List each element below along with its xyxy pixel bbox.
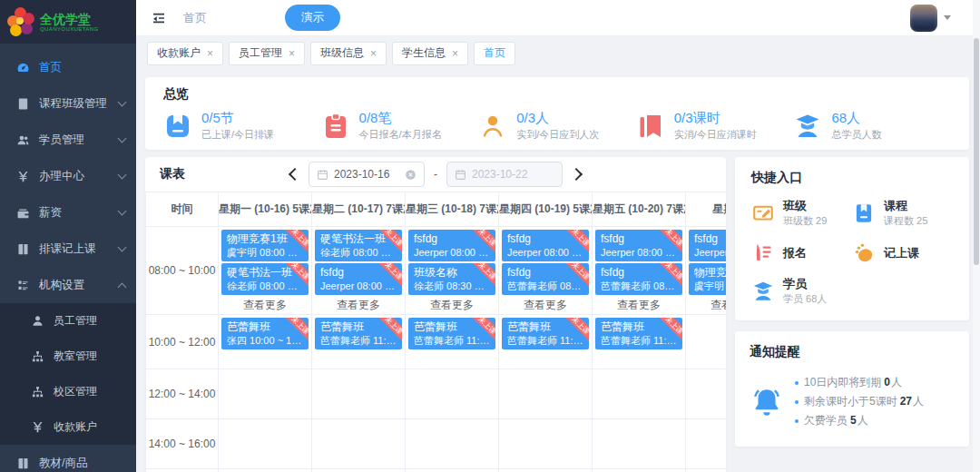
class-teacher-time: 芭蕾舞老师 11:00 ~ ... [601,334,677,347]
class-block[interactable]: 硬笔书法一班徐老师 08:00 ~ 09:00未上课 [315,230,402,261]
sidebar-item-label: 收款账户 [54,419,125,435]
next-week-button[interactable] [570,168,583,181]
page-scrollbar [973,0,980,472]
sidebar-item-label: 首页 [39,60,125,75]
notification-count: 27 [900,392,912,411]
tab-学生信息[interactable]: 学生信息× [392,42,468,65]
app-root: 全优学堂 QUANYOUXUETANG 首页课程班级管理学员管理办理中心薪资排课… [0,0,980,472]
quick-entry-course[interactable]: 课程课程数 25 [852,199,953,228]
bullet-icon [795,419,799,423]
stat-value: 0/5节 [201,110,274,126]
menu-fold-icon[interactable] [151,10,167,26]
class-block[interactable]: fsfdg芭蕾舞老师 08:30 ~ ...未上课 [502,263,589,295]
chevron-down-icon [944,15,951,20]
class-teacher-time: 张四 10:00 ~ 10:30 [227,334,303,347]
chevron-down-icon [118,207,127,216]
class-block[interactable]: 物理竞赛1班虞宇明 08:00 ~ 09:30未上课 [221,230,309,261]
close-icon[interactable]: × [289,48,295,59]
quick-class-icon [751,202,775,225]
users-icon [16,133,30,147]
tab-员工管理[interactable]: 员工管理× [229,42,305,65]
sidebar-item-schedule-attendance[interactable]: 排课记上课 [0,231,136,267]
class-block[interactable]: fsfdgJeerper 08:00 ~ 18:00未上课 [689,230,726,261]
tab-收款账户[interactable]: 收款账户× [147,42,223,65]
sidebar-item-campus-mgmt[interactable]: 校区管理 [0,374,136,409]
quick-attend-icon [852,241,876,264]
close-icon[interactable]: × [370,48,377,59]
sidebar-item-payment-account[interactable]: 收款账户 [0,409,136,445]
class-block[interactable]: 芭蕾舞班张四 10:00 ~ 10:30未上课 [221,318,309,349]
sidebar-item-textbook-goods[interactable]: 教材/商品 [0,445,136,472]
stat-lesson-icon [163,112,192,141]
view-more-link[interactable]: 查看更多 [407,297,496,313]
class-block[interactable]: fsfdgJeerper 08:00 ~ 18:00未上课 [502,230,589,261]
prev-week-button[interactable] [289,168,301,181]
stat-item: 0/3课时实消/今日应消课时 [636,110,794,142]
close-icon[interactable]: × [207,48,213,59]
notification-item: 10日内即将到期 0人 [795,373,924,392]
close-icon[interactable]: × [452,48,458,59]
demo-button[interactable]: 演示 [285,5,340,31]
quick-entry-count: 课程数 25 [884,214,927,228]
user-avatar[interactable] [910,5,937,32]
breadcrumb: 首页 [183,10,207,26]
class-block[interactable]: fsfdgJeerper 08:00 ~ 18:00未上课 [408,230,495,261]
view-more-link[interactable]: 查看更多 [314,297,403,313]
logo-flower-icon [7,7,34,36]
dashboard-icon [16,61,30,74]
sidebar-item-label: 薪资 [39,205,119,221]
clear-date-icon[interactable] [405,169,416,181]
view-more-link[interactable]: 查看更多 [594,297,683,313]
class-teacher-time: 芭蕾舞老师 08:30 ~ ... [601,280,677,292]
class-block[interactable]: 班级名称徐老师 08:30 ~ 10:00未上课 [408,263,495,295]
view-more-link[interactable]: 查看更多 [220,297,309,313]
quick-entry-label: 课程 [884,199,927,212]
main-area: 首页 演示 收款账户×员工管理×班级信息×学生信息×首页 总览 0/5节已上课/… [136,0,980,472]
quick-entry-class[interactable]: 班级班级数 29 [751,199,852,228]
tab-label: 首页 [484,45,505,61]
scrollbar-thumb[interactable] [974,38,979,265]
class-teacher-time: 徐老师 08:00 ~ 09:00 [320,246,397,259]
quick-entry-signup[interactable]: 报名 [751,241,852,264]
class-block[interactable]: fsfdgJeerper 08:00 ~ 18:00未上课 [595,230,682,261]
sidebar-item-staff-mgmt[interactable]: 员工管理 [0,303,136,339]
schedule-column-header: 星期二 (10-17) 7课次 [312,192,406,227]
sidebar-item-service-center[interactable]: 办理中心 [0,158,136,194]
quick-entry-student[interactable]: 学员学员 68人 [751,277,852,306]
sidebar-item-label: 校区管理 [54,384,125,399]
tab-班级信息[interactable]: 班级信息× [310,42,387,65]
date-from-input[interactable]: 2023-10-16 [309,162,425,187]
class-teacher-time: 芭蕾舞老师 11:00 ~ ... [507,334,583,347]
class-block[interactable]: 硬笔书法一班徐老师 08:00 ~ 09:00未上课 [221,263,309,295]
sidebar-item-label: 办理中心 [39,169,119,184]
time-slot-label: 14:00 ~ 16:00 [146,419,219,469]
class-block[interactable]: 芭蕾舞班芭蕾舞老师 11:00 ~ ...未上课 [502,318,589,349]
class-block[interactable]: 芭蕾舞班芭蕾舞老师 11:00 ~ ...未上课 [315,318,402,349]
notification-count: 5 [850,411,857,430]
sidebar-item-student-mgmt[interactable]: 学员管理 [0,122,136,158]
sidebar-item-label: 教室管理 [54,349,125,364]
class-block[interactable]: 芭蕾舞班芭蕾舞老师 11:00 ~ ...未上课 [408,318,495,349]
date-navigation: 2023-10-16 - 2023-10-22 [290,162,581,187]
tab-首页[interactable]: 首页 [474,42,515,65]
stat-label: 实消/今日应消课时 [674,128,757,142]
quick-course-icon [852,202,876,225]
class-block[interactable]: fsfdgJeerper 08:00 ~ 18:00未上课 [315,263,402,295]
quick-entry-record-lesson[interactable]: 记上课 [852,241,953,264]
sidebar-item-course-class-mgmt[interactable]: 课程班级管理 [0,85,136,122]
sidebar-item-home[interactable]: 首页 [0,49,136,85]
date-to-input[interactable]: 2023-10-22 [446,162,563,187]
schedule-title: 课表 [160,166,185,182]
class-block[interactable]: fsfdg芭蕾舞老师 08:30 ~ ...未上课 [595,263,682,295]
view-more-link[interactable]: 查看更多 [688,297,726,313]
sidebar-item-salary[interactable]: 薪资 [0,194,136,231]
quick-entry-label: 班级 [783,199,827,212]
notifications-title: 通知提醒 [750,344,955,360]
class-block[interactable]: 物理竞赛1班虞宇明 08:00 ~ 09:30未上课 [689,263,726,295]
view-more-link[interactable]: 查看更多 [501,297,590,313]
time-slot-label: 10:00 ~ 12:00 [146,315,219,369]
sidebar-item-classroom-mgmt[interactable]: 教室管理 [0,339,136,374]
class-teacher-time: 芭蕾舞老师 11:00 ~ ... [414,334,490,347]
sidebar-item-org-settings[interactable]: 机构设置 [0,267,136,303]
class-block[interactable]: 芭蕾舞班芭蕾舞老师 11:00 ~ ...未上课 [595,318,682,349]
